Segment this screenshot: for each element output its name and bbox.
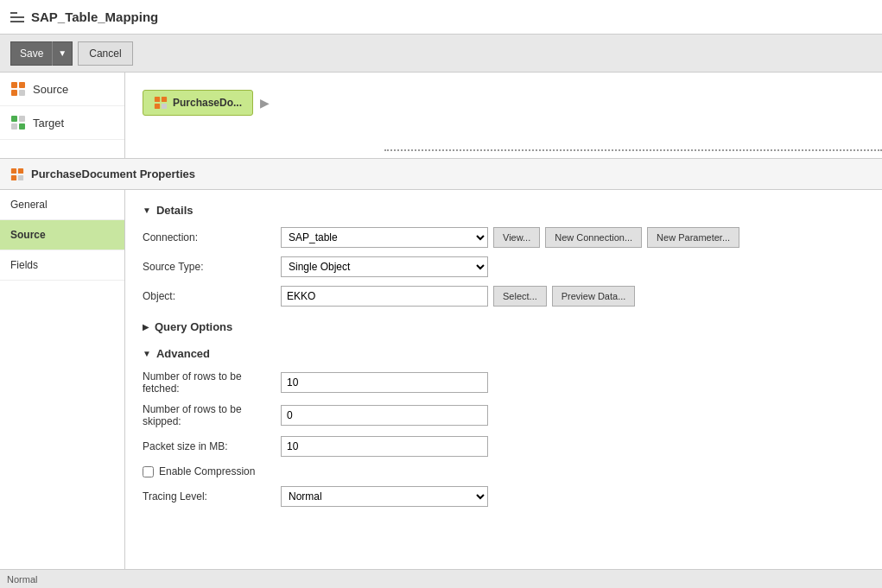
details-header[interactable]: ▼ Details (143, 204, 865, 217)
advanced-section: ▼ Advanced Number of rows to be fetched:… (143, 347, 865, 507)
canvas-area: Source Target Pu (0, 73, 882, 159)
preview-data-button[interactable]: Preview Data... (552, 286, 636, 307)
svg-rect-1 (19, 82, 25, 88)
connection-select[interactable]: SAP_table (281, 227, 488, 248)
svg-rect-13 (18, 168, 23, 173)
packet-size-input[interactable] (281, 436, 488, 457)
advanced-title: Advanced (156, 347, 210, 360)
select-button[interactable]: Select... (493, 286, 547, 307)
target-label: Target (33, 117, 64, 130)
object-label: Object: (143, 290, 281, 302)
packet-size-row: Packet size in MB: (143, 436, 865, 457)
view-button[interactable]: View... (493, 227, 540, 248)
object-row: Object: Select... Preview Data... (143, 286, 865, 307)
main-container: Source Target Pu (0, 73, 882, 588)
props-nav-general[interactable]: General (0, 190, 124, 220)
canvas-nav: Source Target (0, 73, 125, 158)
properties-title: PurchaseDocument Properties (31, 168, 195, 180)
svg-rect-4 (11, 116, 17, 122)
properties-icon (10, 168, 24, 181)
save-dropdown-arrow[interactable]: ▼ (52, 41, 72, 66)
connection-row: Connection: SAP_table View... New Connec… (143, 227, 865, 248)
dots-line (384, 149, 882, 151)
object-input[interactable] (281, 286, 488, 307)
source-type-label: Source Type: (143, 261, 281, 273)
rows-skip-input[interactable] (281, 405, 488, 426)
rows-fetch-row: Number of rows to be fetched: (143, 370, 865, 395)
status-bar: Normal (0, 569, 882, 588)
svg-rect-6 (11, 123, 17, 130)
props-nav-source[interactable]: Source (0, 220, 124, 250)
compression-row: Enable Compression (143, 465, 865, 477)
object-control: Select... Preview Data... (281, 286, 865, 307)
status-text: Normal (7, 574, 37, 585)
source-icon (10, 81, 26, 97)
properties-body: General Source Fields ▼ Details Connecti… (0, 190, 882, 588)
purchase-document-node[interactable]: PurchaseDo... ▶ (143, 90, 253, 116)
rows-skip-control (281, 405, 865, 426)
node-arrow: ▶ (260, 96, 270, 110)
sidebar-item-source[interactable]: Source (0, 73, 124, 106)
properties-header: PurchaseDocument Properties (0, 159, 882, 190)
rows-skip-row: Number of rows to be skipped: (143, 403, 865, 427)
svg-rect-12 (11, 168, 16, 173)
props-nav-fields[interactable]: Fields (0, 250, 124, 281)
query-options-section: ▶ Query Options (143, 320, 865, 333)
rows-fetch-input[interactable] (281, 372, 488, 393)
svg-rect-2 (11, 90, 17, 96)
svg-rect-11 (162, 104, 167, 109)
tracing-level-select[interactable]: Normal Debug Verbose (281, 486, 488, 507)
details-section: ▼ Details Connection: SAP_table View... … (143, 204, 865, 307)
new-connection-button[interactable]: New Connection... (545, 227, 642, 248)
connection-control: SAP_table View... New Connection... New … (281, 227, 865, 248)
svg-rect-5 (19, 116, 25, 122)
cancel-button[interactable]: Cancel (78, 41, 132, 66)
svg-rect-0 (11, 82, 17, 88)
packet-size-label: Packet size in MB: (143, 440, 281, 452)
title-bar: SAP_Table_Mapping (0, 0, 882, 35)
save-button[interactable]: Save ▼ (10, 41, 73, 66)
canvas-content: PurchaseDo... ▶ (125, 73, 882, 158)
node-label: PurchaseDo... (173, 97, 242, 109)
save-label: Save (11, 41, 52, 66)
props-content: ▼ Details Connection: SAP_table View... … (125, 190, 882, 588)
details-arrow: ▼ (143, 205, 151, 215)
svg-rect-7 (19, 123, 25, 130)
menu-icon (10, 12, 24, 22)
rows-skip-label: Number of rows to be skipped: (143, 403, 281, 427)
tracing-level-label: Tracing Level: (143, 490, 281, 503)
tracing-level-control: Normal Debug Verbose (281, 486, 865, 507)
svg-rect-8 (155, 97, 160, 102)
advanced-arrow: ▼ (143, 349, 151, 358)
props-sidebar: General Source Fields (0, 190, 125, 588)
compression-label: Enable Compression (159, 465, 255, 477)
svg-rect-3 (19, 90, 25, 96)
source-type-control: Single Object SQL Custom Query (281, 256, 865, 277)
query-options-title: Query Options (155, 320, 232, 333)
query-options-header[interactable]: ▶ Query Options (143, 320, 865, 333)
svg-rect-10 (155, 104, 160, 109)
page-title: SAP_Table_Mapping (31, 9, 158, 24)
toolbar: Save ▼ Cancel (0, 35, 882, 73)
target-icon (10, 115, 26, 130)
tracing-level-row: Tracing Level: Normal Debug Verbose (143, 486, 865, 507)
connection-label: Connection: (143, 231, 281, 243)
source-type-row: Source Type: Single Object SQL Custom Qu… (143, 256, 865, 277)
compression-checkbox[interactable] (143, 466, 154, 477)
svg-rect-9 (162, 97, 167, 102)
details-title: Details (156, 204, 194, 217)
source-type-select[interactable]: Single Object SQL Custom Query (281, 256, 488, 277)
node-icon (154, 96, 168, 110)
sidebar-item-target[interactable]: Target (0, 106, 124, 140)
packet-size-control (281, 436, 865, 457)
new-parameter-button[interactable]: New Parameter... (647, 227, 739, 248)
svg-rect-14 (11, 174, 16, 180)
query-options-arrow: ▶ (143, 322, 149, 332)
source-label: Source (33, 83, 68, 96)
advanced-header[interactable]: ▼ Advanced (143, 347, 865, 360)
rows-fetch-label: Number of rows to be fetched: (143, 370, 281, 395)
rows-fetch-control (281, 372, 865, 393)
svg-rect-15 (18, 174, 23, 180)
